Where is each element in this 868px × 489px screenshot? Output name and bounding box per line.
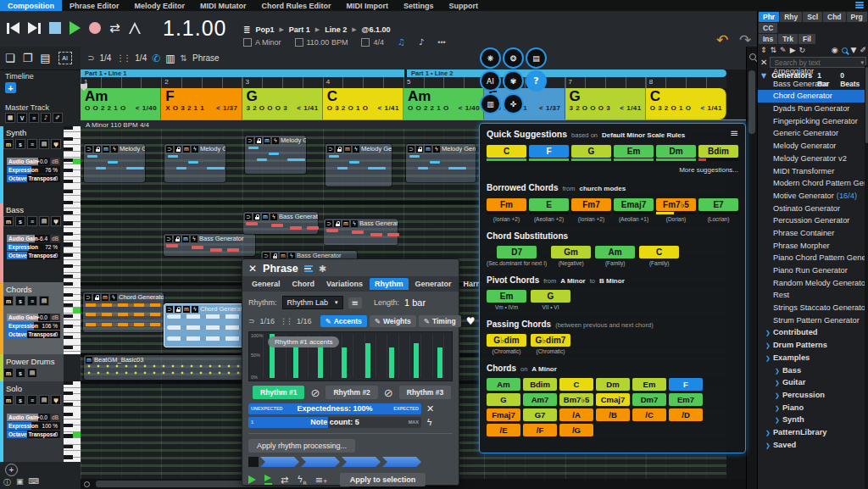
chord-suggestion[interactable]: C <box>487 145 526 161</box>
chord-button[interactable]: Bdim <box>523 378 557 391</box>
chord-suggestion[interactable]: Fm (Ionian +2) <box>487 198 526 222</box>
chord-button[interactable]: /E <box>487 424 520 436</box>
mode-button[interactable]: ✎Weights <box>370 315 416 327</box>
chord-button[interactable]: /F <box>523 424 557 436</box>
chord-suggestion[interactable]: F <box>529 145 569 161</box>
chord-button[interactable]: Dm7 <box>632 393 666 406</box>
chord-cell[interactable]: C O 3 2 O 1 O< 1/41 <box>646 88 726 119</box>
tools-icon[interactable]: ✐ <box>860 46 866 54</box>
apply-rhythm-button[interactable]: Apply rhythm processing... <box>248 439 355 453</box>
brush-icon[interactable]: ✐ <box>53 113 63 123</box>
expression-row[interactable]: Expression72 % <box>7 243 60 251</box>
breadcrumb-part[interactable]: Part 1 <box>289 25 310 34</box>
chord-button[interactable]: Cmaj7 <box>596 393 630 406</box>
dialog-tab[interactable]: Rhythm <box>370 278 409 290</box>
chord-cell[interactable]: G 3 2 O O O 3< 1/41 <box>565 88 646 119</box>
solo-button[interactable]: s <box>15 296 25 306</box>
meter-toggle[interactable]: 4/4 <box>361 38 384 47</box>
rhythm-dropdown[interactable]: Rhythm Lab▾ <box>282 296 343 309</box>
info-icon[interactable]: ⓘ <box>3 477 11 488</box>
generator-item[interactable]: Generic Generator <box>758 127 865 140</box>
chord-button[interactable]: Fmaj7 <box>487 408 520 421</box>
phrase-clip-melody[interactable]: ⊃mϟMelody Gen <box>245 136 306 174</box>
expectedness-slider[interactable]: UNEXPECTED Expectedness: 100% EXPECTED <box>248 403 421 414</box>
phrase-clip-melody[interactable]: ⊃mϟMelody Gen <box>326 144 392 186</box>
phrase-clip-melody[interactable]: ⊃mϟMelody Gen <box>164 144 225 182</box>
piano-keys[interactable] <box>64 381 81 462</box>
browser-tab[interactable]: Fil <box>798 34 815 44</box>
grid-icon[interactable]: ▦ <box>5 113 15 123</box>
mode-button[interactable]: ✎Timing <box>419 315 461 327</box>
dialog-tab[interactable]: Generator <box>410 278 457 290</box>
part-bar-line2[interactable]: Part 1 • Line 2 <box>407 69 726 77</box>
track-header-bass[interactable]: Bass ms ≡▤ ψ Audio Gain-6.4dB Expression… <box>0 204 64 260</box>
menu-item[interactable]: Melody Editor <box>127 0 193 11</box>
chord-button[interactable]: Am <box>487 378 520 391</box>
variation-arrow[interactable] <box>342 457 381 467</box>
accent-bar[interactable] <box>389 347 394 378</box>
browser-tab[interactable]: Rhy <box>780 12 802 22</box>
scrollbar-thumb[interactable] <box>748 70 755 134</box>
menu-icon[interactable]: ≡ <box>29 113 39 123</box>
checkbox-icon[interactable] <box>243 38 252 47</box>
chord-suggestion[interactable]: Fm7♭5 (Dorian) <box>656 198 696 222</box>
chord-suggestion[interactable]: G <box>571 145 611 161</box>
solo-button[interactable]: s <box>15 395 25 405</box>
play-from-start-icon[interactable] <box>264 475 272 485</box>
menu-item[interactable]: Settings <box>396 0 442 11</box>
expression-row[interactable]: Expression76 % <box>7 166 60 174</box>
note-count-slider[interactable]: 1 Note count: 5 MAX <box>248 417 421 428</box>
part-bar-line1[interactable]: Part 1 • Line 1 <box>81 69 404 77</box>
chord-suggestion[interactable]: Am (Family) <box>595 246 635 266</box>
chord-suggestion[interactable]: E7 (Locrian) <box>698 198 738 222</box>
variation-arrow[interactable] <box>382 457 421 467</box>
keyboard-icon[interactable]: ⌨ <box>29 477 40 488</box>
filter-icon[interactable]: ▼ <box>851 46 857 54</box>
generator-item[interactable]: Ostinato Generator <box>758 203 865 215</box>
ai-icon[interactable]: AI <box>58 52 72 64</box>
menu-icon[interactable]: ≡ <box>27 139 37 149</box>
plug-icon[interactable]: ψ <box>51 139 61 149</box>
piano-icon[interactable]: ▥ <box>165 53 175 64</box>
chord-cell[interactable]: F X O 3 2 1 1< 1/37 <box>161 88 242 119</box>
overlay-button[interactable]: ▤ <box>526 47 547 69</box>
browser-tab[interactable]: Phr <box>759 12 779 22</box>
phrase-clip-chord-selected[interactable]: ⊃mϟChord Generator <box>164 303 247 347</box>
zoom-icon[interactable] <box>749 53 756 60</box>
generator-item[interactable]: Drum Patterns <box>758 339 865 352</box>
gear-icon[interactable]: ✱ <box>319 264 326 275</box>
overlay-button[interactable]: ✜ <box>503 93 524 114</box>
chord-suggestion[interactable]: G VII • VI <box>531 290 570 310</box>
breadcrumb-position[interactable]: @6.1.00 <box>362 25 391 34</box>
resolution-2[interactable]: 1/16 <box>297 317 312 325</box>
grid-resolution-icon[interactable]: ⋮⋮ <box>280 317 292 325</box>
generator-item[interactable]: Arpeggiator <box>758 65 865 78</box>
solo-button[interactable]: s <box>15 216 25 226</box>
listen-icon[interactable]: ✆ <box>152 53 160 64</box>
chord-button[interactable]: /B <box>596 408 630 421</box>
close-icon[interactable]: ✕ <box>426 403 434 414</box>
menu-item[interactable]: MIDI Mutator <box>192 0 254 11</box>
phrase-clip-melody[interactable]: ⊃mϟMelody Gen <box>84 144 145 182</box>
edit-mode-label[interactable]: Phrase <box>192 53 220 63</box>
disable-icon[interactable]: ⊘ <box>310 386 320 399</box>
generator-item[interactable]: Piano Run Generator <box>758 264 865 277</box>
accent-bar[interactable] <box>342 347 347 378</box>
browser-tab[interactable]: Trk <box>778 34 798 44</box>
favorite-icon[interactable]: ♥ <box>466 315 476 327</box>
generator-item[interactable]: Phrase Container <box>758 227 865 240</box>
more-button[interactable]: ••• <box>437 38 445 47</box>
record-button[interactable] <box>89 22 101 34</box>
track-header-solo[interactable]: Solo ms ≡▤ ψ Audio Gain+0.0dB Expression… <box>0 383 64 439</box>
panel-menu-icon[interactable]: ≡ <box>730 127 738 139</box>
properties-icon[interactable] <box>304 265 313 272</box>
menu-icon[interactable]: ≡ <box>27 395 37 405</box>
chord-button[interactable]: /D <box>669 408 703 421</box>
settings-icon[interactable]: ▣ <box>16 477 24 488</box>
sidebar-scrollbar[interactable] <box>865 65 868 489</box>
loop-resolution-icon[interactable]: ⊃ <box>248 317 255 325</box>
audio-gain-row[interactable]: Audio Gain-6.4dB <box>7 235 60 242</box>
browser-tab[interactable]: Scl <box>803 12 822 22</box>
overlay-button[interactable]: ? <box>526 70 547 92</box>
lightning-icon[interactable]: ϟ <box>426 417 432 428</box>
